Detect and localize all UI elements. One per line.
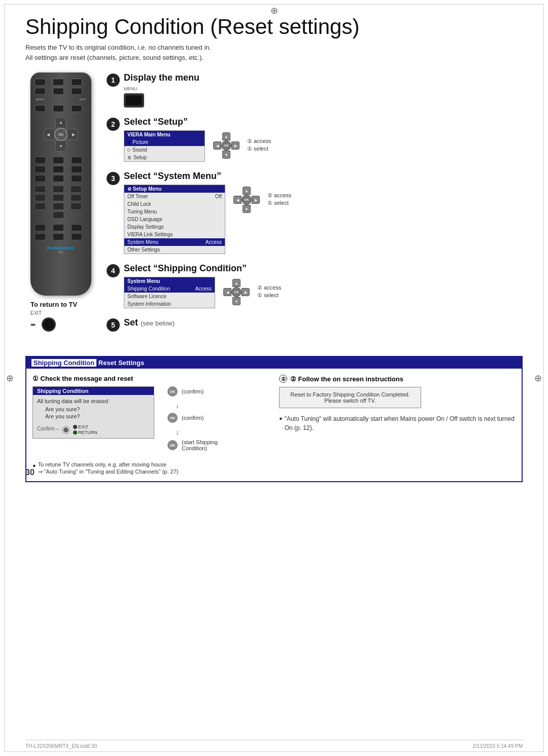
return-bullet: [73, 430, 77, 435]
step-3-item-tuning: Tuning Menu: [124, 208, 225, 215]
ndpad-down: ▼: [222, 151, 230, 159]
confirm-step-1-row: OK (confirm): [167, 386, 218, 397]
ndpad-right2: ▶: [252, 196, 260, 204]
remote-extra-3[interactable]: [71, 224, 82, 231]
step-3-nav-labels: ② access ① select: [267, 192, 291, 207]
bottom-left-inner: Shipping Condition All tuning data will …: [32, 386, 269, 455]
remote-lower-1[interactable]: [35, 157, 46, 164]
confirm-step-2-row: OK (confirm): [167, 413, 218, 423]
step-4-menu-header: System Menu: [124, 277, 215, 285]
step-1-content: Display the menu MENU: [124, 73, 523, 107]
remote-lower-5[interactable]: [53, 166, 64, 173]
step-1-button-label: MENU: [124, 86, 523, 91]
num-7[interactable]: [35, 203, 46, 210]
remote-mid-1[interactable]: [35, 105, 46, 112]
dialog-body: All tuning data will be erased Are you s…: [33, 395, 154, 438]
step-4: 4 Select “Shipping Condition” System Men…: [107, 263, 523, 308]
num-2[interactable]: [53, 186, 64, 193]
step-3-item-osd: OSD Language: [124, 215, 225, 223]
step-4-content: Select “Shipping Condition” System Menu …: [124, 263, 523, 308]
footer-file: TH-L32X20KMRTX_EN.indd 30: [25, 743, 97, 749]
step-5-number: 5: [107, 318, 120, 332]
confirm-arrow-1: ↓: [176, 402, 218, 410]
steps-area: 1 Display the menu MENU 2 Select “Setup”: [107, 73, 523, 341]
ok-btn-3[interactable]: OK: [167, 440, 178, 450]
remote-extra-4[interactable]: [35, 233, 46, 240]
menu-button-inner: [126, 95, 142, 105]
dialog-title: Shipping Condition: [33, 387, 154, 395]
ndpad-left: ◀: [213, 141, 221, 150]
remote-lower-3[interactable]: [71, 157, 82, 164]
num-3[interactable]: [71, 186, 82, 193]
remote-btn-2[interactable]: [53, 79, 64, 86]
step-3-item-childlock: Child Lock: [124, 200, 225, 208]
remote-extra-5[interactable]: [53, 233, 64, 240]
remote-lower-8[interactable]: [53, 175, 64, 182]
down-arrow-icon: ▼: [59, 144, 63, 149]
remote-lower-4[interactable]: [35, 166, 46, 173]
step-2-content: Select “Setup” VIERA Main Menu Picture S…: [124, 117, 523, 162]
return-arrow-icon: ➨: [30, 320, 37, 329]
ndpad-up: ▲: [222, 132, 230, 140]
remote-lower-6[interactable]: [71, 166, 82, 173]
dpad-down[interactable]: ▼: [55, 140, 66, 152]
bottom-left: ① Check the message and reset Shipping C…: [32, 375, 269, 475]
remote-btn-3[interactable]: [71, 79, 82, 86]
ok-btn-1[interactable]: OK: [167, 386, 178, 397]
step-4-item-licence: Software Licence: [124, 293, 215, 300]
confirm-step-1-label: (confirm): [182, 388, 203, 394]
ndpad-left3: ◀: [223, 288, 231, 296]
remote-btn-5[interactable]: [53, 88, 64, 95]
page-number: 30: [25, 468, 35, 477]
follow-instructions-title: ② ② Follow the on screen instructions: [279, 375, 516, 383]
dpad-ok[interactable]: OK: [54, 128, 67, 141]
num-0[interactable]: [53, 211, 64, 219]
return-title: To return to TV: [30, 301, 96, 308]
num-5[interactable]: [53, 194, 64, 201]
exit-button[interactable]: [42, 317, 56, 332]
ndpad-down2: ▼: [243, 205, 251, 213]
remote-mid-3[interactable]: [71, 105, 82, 112]
dpad-up[interactable]: ▲: [55, 117, 66, 128]
dialog-exit-row: EXIT RETURN: [61, 424, 97, 435]
main-layout: MENU EXIT ▲ ▼: [25, 73, 523, 341]
step-2-nav: ▲ ▼ ◀ ▶ OK: [213, 132, 271, 159]
step-2-number: 2: [107, 118, 120, 131]
step-4-menu: System Menu Shipping ConditionAccess Sof…: [124, 277, 215, 308]
footer-date: 2/11/2010 5:14:49 PM: [473, 743, 523, 749]
num-6[interactable]: [71, 194, 82, 201]
remote-mid-2[interactable]: [53, 105, 64, 112]
remote-lower-7[interactable]: [35, 175, 46, 182]
dpad-left[interactable]: ◀: [44, 129, 55, 140]
page-title: Shipping Condition (Reset settings): [25, 15, 523, 39]
num-8[interactable]: [53, 203, 64, 210]
bottom-header-part1: Shipping Condition: [31, 359, 96, 367]
ok-btn-2[interactable]: OK: [167, 413, 178, 423]
ndpad-ok: OK: [221, 140, 231, 151]
num-4[interactable]: [35, 194, 46, 201]
remote-btn-6[interactable]: [71, 88, 82, 95]
return-exit-label: EXIT: [30, 310, 96, 316]
num-1[interactable]: [35, 186, 46, 193]
access-label: ② access: [247, 138, 271, 145]
menu-button[interactable]: [124, 93, 144, 107]
remote-btn-1[interactable]: [35, 79, 46, 86]
num-9[interactable]: [71, 203, 82, 210]
step-3-number: 3: [107, 172, 120, 185]
dialog-q1: Are you sure?: [45, 406, 150, 412]
dialog-and-flow: Shipping Condition All tuning data will …: [32, 386, 154, 455]
remote-brand-area: Panasonic TV: [30, 242, 91, 255]
up-arrow-icon: ▲: [59, 120, 63, 125]
remote-extra-6[interactable]: [71, 233, 82, 240]
remote-lower-2[interactable]: [53, 157, 64, 164]
remote-btn-4[interactable]: [35, 88, 46, 95]
step-4-nav-labels: ② access ① select: [257, 284, 281, 300]
dpad-right[interactable]: ▶: [67, 129, 78, 140]
step-3-item-other: Other Settings: [124, 246, 225, 254]
remote-extra-2[interactable]: [53, 224, 64, 231]
step-3: 3 Select “System Menu” ⚙ Setup Menu Off …: [107, 171, 523, 254]
retune-bullet: ● To retune TV channels only, e.g. after…: [32, 461, 269, 475]
remote-lower-9[interactable]: [71, 175, 82, 182]
step-2-item-picture: Picture: [124, 138, 204, 146]
remote-extra-1[interactable]: [35, 224, 46, 231]
